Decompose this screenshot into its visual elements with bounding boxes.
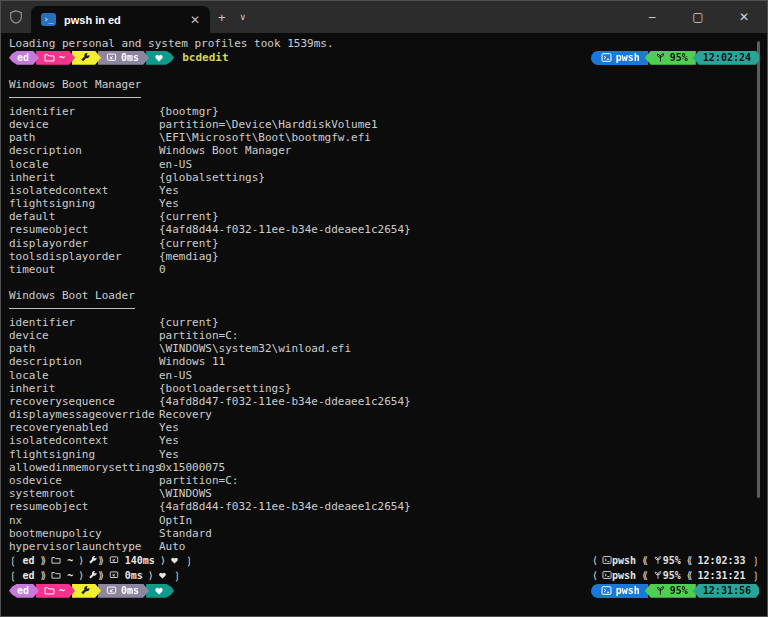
plant-icon [653,555,663,565]
bcd-key: nx [9,514,159,527]
bcd-value: partition=\Device\HarddiskVolume1 [159,118,378,131]
tab-close-icon[interactable]: ✕ [186,13,204,27]
bcd-key: recoveryenabled [9,421,159,434]
section-boot-loader: Windows Boot Loader identifier {current}… [9,289,759,553]
bcd-key: flightsigning [9,197,159,210]
prompt-left: ❲ ed ⟫ ~ ⟩ ⟫ 0ms ⟩ ❳ [9,569,180,582]
bcd-key: resumeobject [9,223,159,236]
bcd-row: recoveryenabled Yes [9,421,759,434]
heart-icon [154,53,164,63]
current-prompt: ed ~ 0ms pwsh 95% 12:31:56 [9,583,759,598]
bcd-value: {bootmgr} [159,105,219,118]
close-button[interactable]: ✕ [721,1,767,33]
tab-pwsh[interactable]: ›_ pwsh in ed ✕ [31,6,210,33]
terminal-icon [601,585,612,596]
bcd-value: {current} [159,210,219,223]
bcd-rows: identifier {current} device partition=C:… [9,316,759,553]
tab-dropdown-icon[interactable]: ∨ [234,10,253,24]
user-segment: ed [9,584,39,598]
shell-segment: pwsh [591,584,648,598]
bcd-row: displayorder {current} [9,237,759,250]
bcd-row: path \WINDOWS\system32\winload.efi [9,342,759,355]
prompt-left: ❲ ed ⟫ ~ ⟩ ⟫ 140ms ⟩ ❳ [9,554,192,567]
bcd-value: OptIn [159,514,192,527]
cwd-segment: ~ [36,584,75,598]
bcd-key: hypervisorlaunchtype [9,540,159,553]
titlebar[interactable]: ›_ pwsh in ed ✕ + ∨ – ▢ ✕ [1,1,767,33]
bcd-key: recoverysequence [9,395,159,408]
bcd-key: displaymessageoverride [9,408,159,421]
admin-shield-icon [1,1,31,33]
folder-icon [44,52,55,63]
new-tab-button[interactable]: + [210,8,234,27]
bcd-value: Windows 11 [159,355,225,368]
section-boot-manager: Windows Boot Manager identifier {bootmgr… [9,78,759,276]
terminal-icon [601,52,612,63]
bcd-value: {memdiag} [159,250,219,263]
bcd-key: flightsigning [9,448,159,461]
prompt-left: ed ~ 0ms [9,584,174,598]
bcd-row: identifier {current} [9,316,759,329]
minimize-button[interactable]: – [629,1,675,33]
bcd-key: inherit [9,382,159,395]
bcd-value: Recovery [159,408,212,421]
bcd-value: {bootloadersettings} [159,382,291,395]
plant-icon [655,52,666,63]
status-heart-segment [146,51,174,65]
bcd-key: osdevice [9,474,159,487]
section-underline [9,92,759,105]
wrench-icon [80,585,91,596]
bcd-value: Yes [159,421,179,434]
bcd-value: \EFI\Microsoft\Boot\bootmgfw.efi [159,131,371,144]
bcd-row: systemroot \WINDOWS [9,487,759,500]
bcd-key: isolatedcontext [9,184,159,197]
duration-icon [109,555,119,565]
section-title: Windows Boot Manager [9,78,759,91]
bcd-key: device [9,118,159,131]
bcd-key: identifier [9,316,159,329]
history-prompt-2: ❲ ed ⟫ ~ ⟩ ⟫ 0ms ⟩ ❳ ⟨ pwsh ⟪ 95% ⟪ 12:3… [9,568,759,583]
duration-segment: 0ms [98,584,149,598]
tools-segment [72,584,101,598]
heart-icon [154,586,164,596]
terminal-content[interactable]: Loading personal and system profiles too… [1,33,767,598]
bcd-row: device partition=C: [9,329,759,342]
bcd-key: timeout [9,263,159,276]
bcd-key: device [9,329,159,342]
bcd-row: identifier {bootmgr} [9,105,759,118]
bcd-value: Yes [159,448,179,461]
bcd-key: isolatedcontext [9,434,159,447]
bcd-row: displaymessageoverride Recovery [9,408,759,421]
scrollbar-thumb[interactable] [757,41,760,498]
bcd-row: allowedinmemorysettings 0x15000075 [9,461,759,474]
command-text: bcdedit [182,51,228,64]
bcd-key: locale [9,369,159,382]
bcd-value: Yes [159,184,179,197]
prompt-right: pwsh 95% 12:31:56 [591,584,759,598]
wrench-icon [88,570,98,580]
prompt-right: pwsh 95% 12:02:24 [591,51,759,65]
duration-icon [106,52,117,63]
bcd-row: recoverysequence {4afd8d47-f032-11ee-b34… [9,395,759,408]
bcd-key: resumeobject [9,500,159,513]
bcd-key: displayorder [9,237,159,250]
battery-segment: 95% [645,584,696,598]
shell-segment: pwsh [591,51,648,65]
bcd-row: timeout 0 [9,263,759,276]
clock-segment: 12:31:56 [693,584,759,598]
maximize-button[interactable]: ▢ [675,1,721,33]
terminal-icon [602,555,612,565]
bcd-value: Windows Boot Manager [159,144,291,157]
folder-icon [44,585,55,596]
bcd-rows: identifier {bootmgr} device partition=\D… [9,105,759,276]
bcd-value: {current} [159,237,219,250]
duration-icon [109,570,119,580]
bcd-key: allowedinmemorysettings [9,461,159,474]
bcd-value: partition=C: [159,474,238,487]
bcd-row: resumeobject {4afd8d44-f032-11ee-b34e-dd… [9,500,759,513]
plant-icon [653,570,663,580]
battery-segment: 95% [645,51,696,65]
folder-icon [51,570,61,580]
bcd-row: toolsdisplayorder {memdiag} [9,250,759,263]
tools-segment [72,51,101,65]
